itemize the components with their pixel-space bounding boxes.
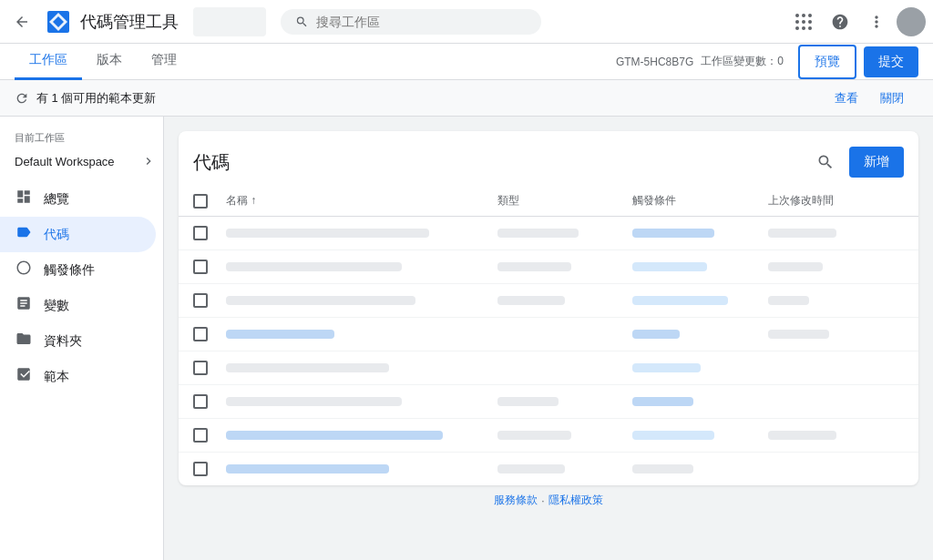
col-type: 類型 [497, 193, 633, 209]
row-checkbox[interactable] [193, 293, 208, 308]
row-checkbox-cell [193, 428, 226, 443]
help-button[interactable] [824, 5, 856, 38]
table-row[interactable] [179, 453, 918, 485]
row-type [497, 431, 633, 440]
row-type [497, 464, 633, 473]
table-row[interactable] [179, 284, 918, 318]
workspace-name: Default Workspace [15, 155, 115, 168]
row-checkbox-cell [193, 226, 226, 240]
row-checkbox[interactable] [193, 462, 208, 476]
row-checkbox[interactable] [193, 327, 208, 341]
workspace-selector[interactable] [193, 7, 266, 36]
variables-icon [15, 295, 33, 316]
row-time [768, 431, 904, 440]
subnav: 工作區 版本 管理 GTM-5HC8B7G 工作區變更數：0 預覽 提交 [0, 44, 933, 80]
table-body [179, 217, 918, 485]
footer-separator: · [541, 494, 544, 507]
row-time [768, 229, 904, 238]
row-name [226, 229, 497, 238]
row-name [226, 397, 497, 406]
row-time [768, 262, 904, 271]
row-checkbox[interactable] [193, 394, 208, 409]
row-checkbox-cell [193, 462, 226, 476]
row-trigger [632, 363, 768, 372]
sidebar-section-label: 目前工作區 [0, 124, 163, 148]
table-row[interactable] [179, 385, 918, 419]
banner-close-link[interactable]: 關閉 [880, 90, 904, 107]
col-name: 名稱 ↑ [226, 193, 497, 209]
panel-title: 代碼 [193, 150, 230, 175]
back-button[interactable] [7, 7, 36, 36]
search-input[interactable] [316, 15, 527, 29]
row-checkbox-cell [193, 361, 226, 375]
search-bar[interactable] [281, 9, 541, 35]
table-row[interactable] [179, 318, 918, 351]
table-row[interactable] [179, 351, 918, 385]
sidebar-item-tags[interactable]: 代碼 [0, 217, 156, 252]
preview-button[interactable]: 預覽 [798, 45, 856, 79]
row-time [768, 330, 904, 339]
terms-link[interactable]: 服務條款 [494, 493, 538, 508]
banner-view-link[interactable]: 查看 [835, 90, 858, 107]
apps-button[interactable] [787, 5, 820, 38]
sidebar-item-triggers-label: 觸發條件 [44, 262, 95, 279]
row-type [497, 296, 633, 305]
col-time: 上次修改時間 [768, 193, 904, 209]
row-checkbox-cell [193, 260, 226, 274]
panel-search-button[interactable] [809, 146, 842, 178]
row-checkbox[interactable] [193, 361, 208, 375]
sidebar-item-templates[interactable]: 範本 [0, 359, 156, 394]
row-trigger [632, 296, 768, 305]
row-name [226, 330, 497, 339]
select-all-checkbox[interactable] [193, 194, 208, 209]
sidebar-item-overview[interactable]: 總覽 [0, 181, 156, 217]
tags-icon [15, 224, 33, 245]
row-type [497, 397, 633, 406]
row-name [226, 431, 497, 440]
gtm-id: GTM-5HC8B7G [616, 56, 693, 68]
table-row[interactable] [179, 419, 918, 453]
table-row[interactable] [179, 250, 918, 284]
sidebar-item-folders[interactable]: 資料夾 [0, 323, 156, 359]
tab-workspace[interactable]: 工作區 [15, 44, 82, 80]
row-checkbox[interactable] [193, 428, 208, 443]
add-tag-button[interactable]: 新增 [849, 147, 904, 178]
submit-button[interactable]: 提交 [864, 46, 918, 77]
row-trigger [632, 229, 768, 238]
app-name: 代碼管理工具 [80, 11, 179, 33]
tab-version[interactable]: 版本 [82, 44, 137, 80]
row-time [768, 296, 904, 305]
chevron-right-icon [141, 154, 156, 168]
sidebar-item-variables-label: 變數 [44, 298, 69, 314]
sidebar-item-variables[interactable]: 變數 [0, 288, 156, 323]
panel-actions: 新增 [809, 146, 904, 178]
sidebar-item-triggers[interactable]: 觸發條件 [0, 252, 156, 288]
banner-text: 有 1 個可用的範本更新 [36, 90, 827, 107]
row-name [226, 363, 497, 372]
row-type [497, 262, 633, 271]
update-banner: 有 1 個可用的範本更新 查看 關閉 [0, 80, 933, 117]
topbar-icons [787, 5, 926, 38]
change-count: 工作區變更數：0 [701, 54, 784, 69]
row-checkbox[interactable] [193, 260, 208, 274]
workspace-selector-sidebar[interactable]: Default Workspace [0, 148, 163, 174]
panel-search-icon [816, 153, 835, 171]
tab-admin[interactable]: 管理 [137, 44, 191, 80]
table-row[interactable] [179, 217, 918, 250]
row-checkbox-cell [193, 327, 226, 341]
sidebar-item-folders-label: 資料夾 [44, 333, 82, 350]
row-checkbox[interactable] [193, 226, 208, 240]
sidebar-nav: 總覽 代碼 觸發條件 變數 [0, 181, 163, 394]
more-options-button[interactable] [860, 5, 893, 38]
sidebar-item-overview-label: 總覽 [44, 191, 69, 208]
row-trigger [632, 464, 768, 473]
tags-panel: 代碼 新增 名稱 ↑ 類型 觸發條件 上次修 [179, 131, 918, 485]
privacy-link[interactable]: 隱私權政策 [549, 493, 603, 508]
main-layout: 目前工作區 Default Workspace 總覽 代碼 [0, 117, 933, 560]
refresh-icon [15, 91, 29, 106]
sidebar-item-tags-label: 代碼 [44, 227, 69, 243]
row-type [497, 229, 633, 238]
avatar[interactable] [897, 7, 926, 36]
row-trigger [632, 262, 768, 271]
topbar: 代碼管理工具 [0, 0, 933, 44]
